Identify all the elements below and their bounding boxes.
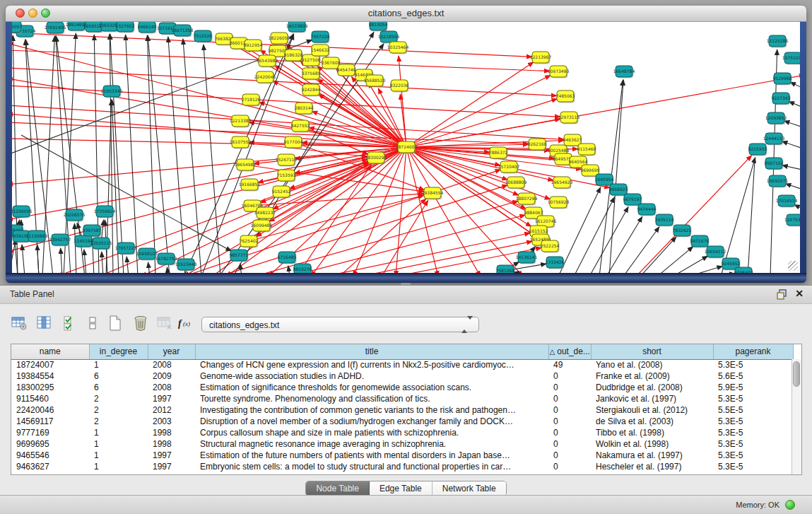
- table-cell[interactable]: 9463627: [11, 461, 89, 472]
- graph-node[interactable]: 11125286: [767, 35, 789, 48]
- delete-table-icon[interactable]: [155, 315, 174, 333]
- table-cell[interactable]: 6: [89, 382, 148, 393]
- table-cell[interactable]: Stergiakouli et al. (2012): [591, 404, 713, 416]
- graph-node[interactable]: 13942757: [49, 234, 71, 247]
- table-cell[interactable]: 9465546: [11, 450, 89, 461]
- table-cell[interactable]: Investigating the contribution of common…: [195, 404, 548, 416]
- table-cell[interactable]: 1: [89, 359, 148, 370]
- graph-node[interactable]: 2522254: [541, 240, 560, 253]
- graph-node[interactable]: 19384554: [422, 187, 444, 200]
- table-cell[interactable]: 2: [89, 416, 148, 427]
- table-row[interactable]: 1830029562008Estimation of significance …: [11, 382, 793, 393]
- graph-node[interactable]: 10973493: [548, 66, 570, 78]
- table-row[interactable]: 969969511998Structural magnetic resonanc…: [11, 438, 793, 450]
- graph-node[interactable]: 8454749: [337, 64, 356, 77]
- graph-node[interactable]: 9397587: [83, 225, 102, 238]
- graph-node[interactable]: 16033809: [286, 22, 308, 33]
- column-header[interactable]: in_degree: [89, 344, 148, 359]
- table-cell[interactable]: Franke et al. (2009): [591, 370, 713, 382]
- table-cell[interactable]: Tourette syndrome. Phenomenology and cla…: [195, 393, 548, 404]
- graph-node[interactable]: 10756928: [548, 197, 570, 209]
- graph-node[interactable]: 8427552: [291, 120, 310, 133]
- graph-node[interactable]: 9129966: [773, 73, 792, 86]
- graph-node[interactable]: 15692071: [767, 175, 789, 188]
- table-row[interactable]: 1872400712008Changes of HCN gene express…: [11, 359, 793, 370]
- table-row[interactable]: 946362711997Embryonic stem cells: a mode…: [11, 461, 793, 472]
- graph-node[interactable]: 21206056: [12, 206, 32, 218]
- table-cell[interactable]: 0: [548, 416, 591, 427]
- table-cell[interactable]: Genome-wide association studies in ADHD.: [195, 370, 548, 382]
- table-cell[interactable]: Embryonic stem cells: a model to study s…: [195, 461, 548, 472]
- graph-node[interactable]: 10688809: [505, 177, 527, 189]
- graph-node[interactable]: 16782759: [155, 253, 177, 266]
- table-cell[interactable]: 0: [548, 450, 591, 461]
- graph-node[interactable]: 6466140: [138, 22, 157, 34]
- table-cell[interactable]: 9777169: [11, 427, 89, 438]
- graph-node[interactable]: 2935114: [655, 214, 674, 227]
- table-cell[interactable]: 5.3E-5: [713, 359, 793, 370]
- table-cell[interactable]: 6: [89, 370, 148, 382]
- graph-node[interactable]: 1527602: [116, 22, 135, 33]
- column-header[interactable]: pagerank: [713, 344, 793, 359]
- graph-node[interactable]: 10654112: [705, 246, 726, 259]
- graph-node[interactable]: 14136141: [516, 252, 538, 264]
- graph-node[interactable]: 9857771: [230, 250, 249, 262]
- table-cell[interactable]: 19384554: [11, 370, 89, 382]
- float-panel-icon[interactable]: [777, 288, 788, 300]
- network-graph[interactable]: 2405572489900572769140618914600195651231…: [12, 22, 800, 273]
- graph-node[interactable]: 22420046: [254, 71, 276, 84]
- table-cell[interactable]: 0: [548, 438, 591, 450]
- table-row[interactable]: 1456911722003Disruption of a novel membe…: [11, 416, 793, 427]
- table-cell[interactable]: 2009: [148, 370, 195, 382]
- graph-node[interactable]: 8819276: [293, 264, 312, 273]
- graph-node[interactable]: 17016514: [776, 195, 798, 208]
- graph-node[interactable]: 9242844: [302, 84, 321, 97]
- table-cell[interactable]: 1997: [148, 393, 195, 404]
- column-header[interactable]: year: [148, 344, 195, 359]
- table-cell[interactable]: 0: [548, 404, 591, 416]
- graph-node[interactable]: 5716485: [278, 252, 297, 264]
- table-cell[interactable]: 2003: [148, 416, 195, 427]
- graph-node[interactable]: 8186328: [284, 49, 303, 62]
- table-cell[interactable]: 0: [548, 393, 591, 404]
- create-column-icon[interactable]: [106, 315, 124, 333]
- table-row[interactable]: 1938455462009Genome-wide association stu…: [11, 370, 793, 382]
- table-cell[interactable]: 1: [89, 461, 148, 472]
- show-columns-icon[interactable]: [35, 315, 53, 333]
- graph-node[interactable]: 9474444: [637, 204, 657, 216]
- graph-node[interactable]: 9328472: [734, 267, 753, 273]
- graph-node[interactable]: 15688520: [364, 75, 386, 88]
- window-titlebar[interactable]: citations_edges.txt: [6, 6, 806, 22]
- table-cell[interactable]: 2: [89, 393, 148, 404]
- graph-node[interactable]: 9227343: [772, 93, 791, 105]
- graph-node[interactable]: 13505115: [90, 238, 112, 250]
- graph-node[interactable]: 12973115: [558, 112, 580, 124]
- graph-node[interactable]: 17957223: [115, 243, 137, 255]
- table-cell[interactable]: 1997: [148, 450, 195, 461]
- table-cell[interactable]: 0: [548, 461, 591, 472]
- table-cell[interactable]: 2012: [148, 404, 195, 416]
- table-cell[interactable]: 1998: [148, 438, 195, 450]
- graph-node[interactable]: 15720407: [498, 161, 520, 174]
- table-cell[interactable]: 5.3E-5: [713, 393, 793, 404]
- column-header[interactable]: name: [11, 344, 89, 359]
- graph-node[interactable]: 12093852: [765, 112, 787, 125]
- graph-node[interactable]: 15751074: [782, 52, 800, 65]
- graph-node[interactable]: 10325464: [387, 42, 409, 54]
- graph-node[interactable]: 27691406: [45, 22, 66, 35]
- table-cell[interactable]: Changes of HCN gene expression and I(f) …: [195, 359, 548, 370]
- graph-node[interactable]: 16648784: [613, 66, 635, 78]
- graph-node[interactable]: 7485063: [556, 90, 575, 103]
- graph-node[interactable]: 16107552: [230, 136, 252, 149]
- column-header[interactable]: △out_de...: [548, 344, 591, 359]
- graph-node[interactable]: 7153593: [277, 170, 296, 182]
- column-header[interactable]: title: [195, 344, 548, 359]
- graph-node[interactable]: 7515526: [194, 30, 213, 43]
- table-cell[interactable]: 0: [548, 427, 591, 438]
- table-cell[interactable]: 1: [89, 450, 148, 461]
- graph-node[interactable]: 21953346: [101, 86, 123, 98]
- graph-node[interactable]: 3375685: [302, 68, 321, 81]
- graph-node[interactable]: 11156889: [26, 230, 48, 243]
- canvas-resize-grip-icon[interactable]: [788, 261, 798, 271]
- table-scrollbar[interactable]: [792, 359, 801, 474]
